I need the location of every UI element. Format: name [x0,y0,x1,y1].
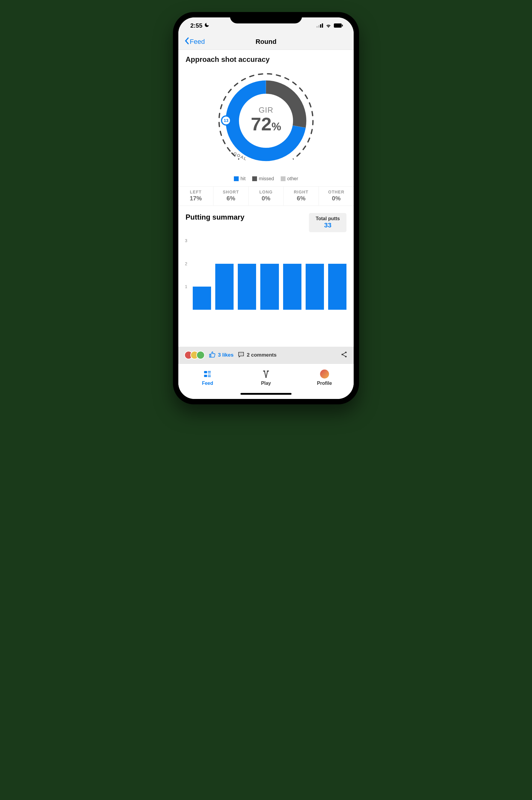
svg-point-22 [263,370,265,372]
putt-bar [238,264,256,310]
legend-item: hit [234,176,246,182]
putt-bar [283,264,301,310]
nav-bar: Feed Round [178,34,354,50]
putt-bar [260,264,279,310]
liker-avatars[interactable] [184,351,205,359]
tab-bar: FeedPlayProfile [178,364,354,391]
chevron-left-icon [184,37,189,46]
phone-frame: 2:55 [173,12,359,404]
miss-label: LONG [249,189,283,194]
svg-point-10 [240,354,240,354]
content: Approach shot accuracy GIR [178,50,354,347]
gir-value: 72 [251,114,272,134]
svg-rect-0 [317,26,318,27]
miss-label: OTHER [319,189,354,194]
miss-cell: LONG0% [249,187,284,205]
svg-rect-1 [318,25,320,27]
svg-rect-21 [208,376,211,377]
tab-feed[interactable]: Feed [178,364,237,391]
putt-bar [306,264,324,310]
legend: hitmissedother [178,176,354,186]
y-tick: 3 [185,238,187,243]
miss-cell: SHORT6% [213,187,249,205]
approach-title: Approach shot accuracy [178,50,354,67]
miss-label: RIGHT [284,189,319,194]
likes-button[interactable]: 3 likes [209,351,233,359]
miss-breakdown: LEFT17%SHORT6%LONG0%RIGHT6%OTHER0% [178,186,354,206]
miss-cell: LEFT17% [178,187,213,205]
svg-rect-18 [208,373,211,373]
tab-profile[interactable]: Profile [295,364,354,391]
share-button[interactable] [340,351,348,359]
goal-marker-value: 13 [224,118,228,123]
gir-donut: GIR 72% GOAL 13 [178,67,354,176]
goal-marker: 13 [221,115,231,126]
legend-swatch [281,176,286,181]
back-label: Feed [190,38,205,46]
svg-rect-20 [208,375,211,375]
comments-text: 2 comments [247,352,277,358]
legend-label: other [287,176,298,182]
status-time: 2:55 [190,22,202,29]
svg-rect-19 [204,375,207,377]
tab-label: Profile [317,380,332,386]
signal-icon [317,22,323,29]
svg-point-24 [265,376,267,378]
svg-point-23 [267,370,269,372]
legend-swatch [234,176,239,181]
miss-cell: RIGHT6% [284,187,319,205]
y-tick: 2 [185,261,187,266]
svg-rect-2 [320,24,321,27]
miss-value: 6% [284,195,319,202]
avatar [196,351,205,359]
putt-bar [193,286,211,310]
miss-value: 17% [178,195,213,202]
moon-icon [204,22,210,29]
total-putts-value: 33 [316,221,340,229]
page-title: Round [255,38,277,46]
svg-rect-4 [334,23,342,27]
tab-label: Feed [202,380,213,386]
tab-label: Play [261,380,271,386]
miss-value: 0% [249,195,283,202]
profile-icon [320,369,329,379]
miss-value: 0% [319,195,354,202]
putt-bar [328,264,346,310]
legend-label: missed [259,176,274,182]
miss-cell: OTHER0% [319,187,354,205]
thumbs-up-icon [209,351,215,359]
battery-icon [334,22,343,29]
svg-rect-16 [204,371,207,373]
miss-label: SHORT [213,189,248,194]
y-tick: 1 [185,284,187,289]
total-putts-badge: Total putts 33 [309,213,346,232]
gir-pct: % [271,120,281,133]
home-indicator[interactable] [178,391,354,399]
svg-rect-5 [342,25,343,26]
miss-label: LEFT [178,189,213,194]
wifi-icon [325,22,331,29]
legend-label: hit [241,176,246,182]
share-icon [340,354,348,359]
back-button[interactable]: Feed [184,37,205,46]
svg-point-12 [242,354,243,354]
tab-play[interactable]: Play [237,364,296,391]
svg-rect-17 [208,371,211,372]
play-icon [261,369,271,379]
comment-icon [238,351,244,359]
legend-swatch [252,176,257,181]
feed-icon [203,369,212,379]
comments-button[interactable]: 2 comments [238,351,277,359]
svg-point-11 [241,354,241,354]
social-bar: 3 likes 2 comments [178,347,354,364]
total-putts-label: Total putts [316,216,340,221]
putting-title: Putting summary [186,213,244,221]
notch [230,12,302,23]
likes-text: 3 likes [218,352,233,358]
svg-rect-3 [322,23,323,27]
putting-bar-chart: 123 [193,241,346,310]
legend-item: missed [252,176,274,182]
miss-value: 6% [213,195,248,202]
phone-screen: 2:55 [178,17,354,399]
legend-item: other [281,176,298,182]
